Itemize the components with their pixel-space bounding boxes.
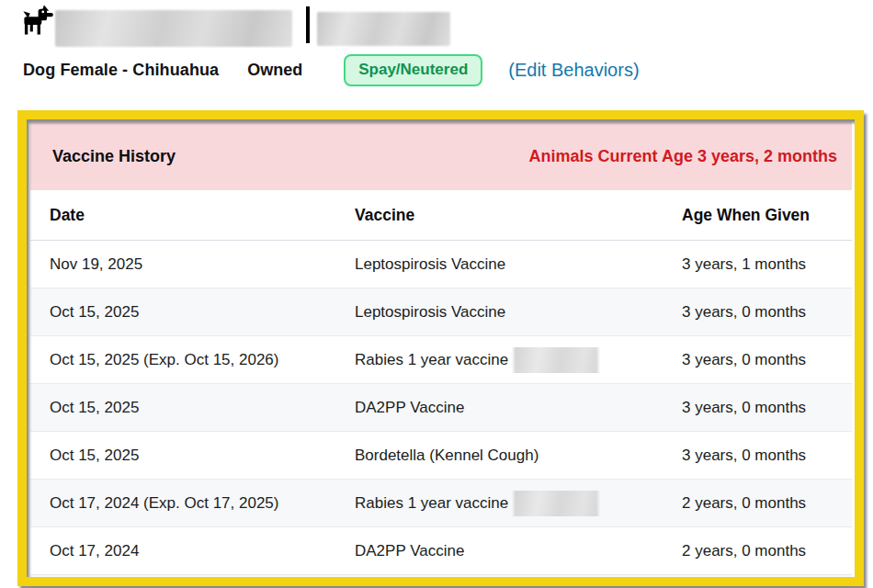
table-row: Oct 15, 2025 DA2PP Vaccine 3 years, 0 mo… bbox=[30, 384, 852, 432]
name-separator bbox=[306, 6, 310, 43]
vaccine-history-header: Vaccine History Animals Current Age 3 ye… bbox=[30, 122, 852, 190]
animal-info-row: Dog Female - Chihuahua Owned Spay/Neuter… bbox=[23, 53, 640, 86]
cell-vaccine: DA2PP Vaccine bbox=[343, 542, 670, 560]
table-row: Oct 15, 2025 Leptospirosis Vaccine 3 yea… bbox=[30, 288, 852, 336]
ownership-status: Owned bbox=[247, 61, 302, 80]
vaccine-history-panel: Vaccine History Animals Current Age 3 ye… bbox=[30, 122, 852, 588]
spay-neutered-badge: Spay/Neutered bbox=[344, 54, 482, 86]
current-age-note: Animals Current Age 3 years, 2 months bbox=[529, 147, 837, 166]
cell-age: 3 years, 0 months bbox=[670, 351, 852, 369]
cell-age: 3 years, 0 months bbox=[670, 399, 852, 417]
cell-date: Oct 15, 2025 (Exp. Oct 15, 2026) bbox=[30, 351, 343, 369]
cell-age: 3 years, 0 months bbox=[670, 447, 852, 465]
table-row: Oct 17, 2024 Bordetella (Kennel Cough) 2… bbox=[30, 575, 852, 588]
cell-date: Nov 19, 2025 bbox=[30, 255, 343, 274]
cell-date: Oct 15, 2025 bbox=[30, 303, 343, 322]
edit-behaviors-link[interactable]: (Edit Behaviors) bbox=[508, 60, 639, 81]
cell-vaccine-text: Rabies 1 year vaccine bbox=[355, 494, 508, 513]
dog-icon bbox=[18, 5, 53, 43]
cell-age: 3 years, 0 months bbox=[670, 303, 852, 322]
cell-age: 3 years, 1 months bbox=[670, 255, 852, 274]
cell-vaccine-text: Rabies 1 year vaccine bbox=[355, 351, 508, 369]
redacted-lot-number bbox=[514, 347, 598, 373]
cell-vaccine: DA2PP Vaccine bbox=[343, 399, 670, 417]
table-row: Nov 19, 2025 Leptospirosis Vaccine 3 yea… bbox=[30, 241, 852, 288]
animal-description: Dog Female - Chihuahua bbox=[23, 61, 219, 80]
vaccine-table: Date Vaccine Age When Given Nov 19, 2025… bbox=[30, 190, 852, 588]
column-header-vaccine: Vaccine bbox=[343, 206, 670, 225]
cell-vaccine: Bordetella (Kennel Cough) bbox=[343, 447, 670, 465]
column-header-age: Age When Given bbox=[670, 206, 852, 225]
column-header-date: Date bbox=[30, 206, 343, 225]
animal-profile-screen: Dog Female - Chihuahua Owned Spay/Neuter… bbox=[0, 0, 873, 588]
redacted-owner-name bbox=[317, 12, 450, 46]
cell-vaccine: Rabies 1 year vaccine bbox=[343, 347, 670, 373]
cell-age: 2 years, 0 months bbox=[670, 542, 852, 560]
redacted-animal-name bbox=[55, 10, 292, 47]
table-row: Oct 17, 2024 DA2PP Vaccine 2 years, 0 mo… bbox=[30, 527, 852, 575]
cell-date: Oct 15, 2025 bbox=[30, 399, 343, 417]
cell-date: Oct 17, 2024 (Exp. Oct 17, 2025) bbox=[30, 494, 343, 513]
table-row: Oct 17, 2024 (Exp. Oct 17, 2025) Rabies … bbox=[30, 480, 852, 527]
table-row: Oct 15, 2025 (Exp. Oct 15, 2026) Rabies … bbox=[30, 336, 852, 384]
cell-age: 2 years, 0 months bbox=[670, 494, 852, 513]
cell-date: Oct 17, 2024 bbox=[30, 542, 343, 560]
cell-vaccine: Rabies 1 year vaccine bbox=[343, 491, 670, 516]
redacted-lot-number bbox=[514, 491, 598, 516]
vaccine-table-header-row: Date Vaccine Age When Given bbox=[30, 190, 852, 241]
table-row: Oct 15, 2025 Bordetella (Kennel Cough) 3… bbox=[30, 432, 852, 480]
cell-vaccine: Leptospirosis Vaccine bbox=[343, 255, 670, 274]
cell-date: Oct 15, 2025 bbox=[30, 447, 343, 465]
panel-title: Vaccine History bbox=[52, 147, 176, 166]
cell-vaccine: Leptospirosis Vaccine bbox=[343, 303, 670, 322]
